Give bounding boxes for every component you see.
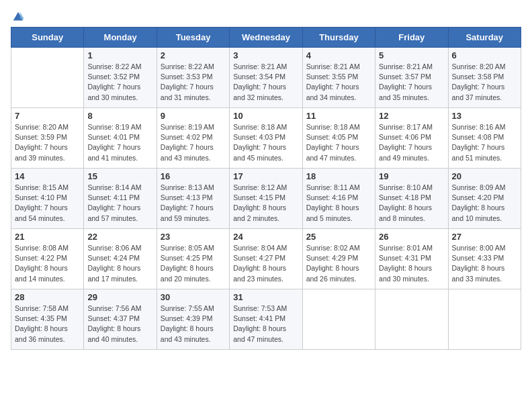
day-detail: Sunrise: 7:53 AM Sunset: 4:41 PM Dayligh… (233, 304, 298, 345)
day-detail: Sunrise: 8:12 AM Sunset: 4:15 PM Dayligh… (233, 183, 298, 224)
calendar-cell: 3Sunrise: 8:21 AM Sunset: 3:54 PM Daylig… (230, 48, 302, 108)
calendar-cell: 5Sunrise: 8:21 AM Sunset: 3:57 PM Daylig… (375, 48, 448, 108)
day-detail: Sunrise: 8:14 AM Sunset: 4:11 PM Dayligh… (87, 183, 152, 224)
day-number: 20 (452, 171, 517, 181)
logo-icon (12, 11, 24, 23)
day-detail: Sunrise: 8:04 AM Sunset: 4:27 PM Dayligh… (233, 243, 298, 284)
day-number: 15 (87, 171, 152, 181)
day-number: 1 (87, 50, 152, 60)
day-detail: Sunrise: 8:20 AM Sunset: 3:58 PM Dayligh… (452, 62, 517, 103)
calendar-week-row: 7Sunrise: 8:20 AM Sunset: 3:59 PM Daylig… (11, 108, 521, 169)
day-number: 23 (161, 232, 226, 242)
calendar-week-row: 28Sunrise: 7:58 AM Sunset: 4:35 PM Dayli… (11, 289, 521, 350)
day-number: 24 (233, 232, 298, 242)
calendar-cell: 13Sunrise: 8:16 AM Sunset: 4:08 PM Dayli… (448, 108, 521, 169)
page-header (11, 11, 521, 20)
day-detail: Sunrise: 7:56 AM Sunset: 4:37 PM Dayligh… (87, 304, 152, 345)
calendar-cell: 21Sunrise: 8:08 AM Sunset: 4:22 PM Dayli… (11, 229, 84, 289)
calendar-cell: 16Sunrise: 8:13 AM Sunset: 4:13 PM Dayli… (157, 169, 229, 229)
day-detail: Sunrise: 8:13 AM Sunset: 4:13 PM Dayligh… (161, 183, 226, 224)
day-number: 5 (379, 50, 444, 60)
day-header-friday: Friday (375, 28, 448, 48)
calendar-cell (11, 48, 84, 108)
day-detail: Sunrise: 8:08 AM Sunset: 4:22 PM Dayligh… (15, 243, 80, 284)
calendar-cell: 4Sunrise: 8:21 AM Sunset: 3:55 PM Daylig… (302, 48, 375, 108)
calendar-cell: 10Sunrise: 8:18 AM Sunset: 4:03 PM Dayli… (230, 108, 302, 169)
day-number: 14 (15, 171, 80, 181)
day-detail: Sunrise: 8:15 AM Sunset: 4:10 PM Dayligh… (15, 183, 80, 224)
day-detail: Sunrise: 7:58 AM Sunset: 4:35 PM Dayligh… (15, 304, 80, 345)
day-detail: Sunrise: 8:21 AM Sunset: 3:55 PM Dayligh… (306, 62, 371, 103)
calendar-cell: 23Sunrise: 8:05 AM Sunset: 4:25 PM Dayli… (157, 229, 229, 289)
day-number: 25 (306, 232, 371, 242)
day-detail: Sunrise: 8:02 AM Sunset: 4:29 PM Dayligh… (306, 243, 371, 284)
calendar-cell: 17Sunrise: 8:12 AM Sunset: 4:15 PM Dayli… (230, 169, 302, 229)
day-number: 9 (161, 111, 226, 121)
day-number: 12 (379, 111, 444, 121)
day-number: 21 (15, 232, 80, 242)
calendar-cell: 31Sunrise: 7:53 AM Sunset: 4:41 PM Dayli… (230, 289, 302, 350)
day-header-saturday: Saturday (448, 28, 521, 48)
day-number: 3 (233, 50, 298, 60)
day-number: 8 (87, 111, 152, 121)
svg-marker-1 (20, 12, 24, 19)
day-number: 13 (452, 111, 517, 121)
calendar-cell: 26Sunrise: 8:01 AM Sunset: 4:31 PM Dayli… (375, 229, 448, 289)
day-detail: Sunrise: 8:05 AM Sunset: 4:25 PM Dayligh… (161, 243, 226, 284)
calendar-cell: 18Sunrise: 8:11 AM Sunset: 4:16 PM Dayli… (302, 169, 375, 229)
day-detail: Sunrise: 8:10 AM Sunset: 4:18 PM Dayligh… (379, 183, 444, 224)
day-detail: Sunrise: 8:09 AM Sunset: 4:20 PM Dayligh… (452, 183, 517, 224)
day-number: 26 (379, 232, 444, 242)
day-number: 6 (452, 50, 517, 60)
day-number: 10 (233, 111, 298, 121)
day-number: 28 (15, 292, 80, 302)
calendar-cell: 11Sunrise: 8:18 AM Sunset: 4:05 PM Dayli… (302, 108, 375, 169)
day-number: 17 (233, 171, 298, 181)
calendar-header-row: SundayMondayTuesdayWednesdayThursdayFrid… (11, 28, 521, 48)
day-header-wednesday: Wednesday (230, 28, 302, 48)
calendar-cell (302, 289, 375, 350)
day-detail: Sunrise: 8:22 AM Sunset: 3:52 PM Dayligh… (87, 62, 152, 103)
day-detail: Sunrise: 8:01 AM Sunset: 4:31 PM Dayligh… (379, 243, 444, 284)
calendar-cell: 14Sunrise: 8:15 AM Sunset: 4:10 PM Dayli… (11, 169, 84, 229)
day-detail: Sunrise: 8:19 AM Sunset: 4:01 PM Dayligh… (87, 122, 152, 163)
calendar-week-row: 21Sunrise: 8:08 AM Sunset: 4:22 PM Dayli… (11, 229, 521, 289)
day-detail: Sunrise: 7:55 AM Sunset: 4:39 PM Dayligh… (161, 304, 226, 345)
day-detail: Sunrise: 8:16 AM Sunset: 4:08 PM Dayligh… (452, 122, 517, 163)
day-number: 27 (452, 232, 517, 242)
day-detail: Sunrise: 8:17 AM Sunset: 4:06 PM Dayligh… (379, 122, 444, 163)
calendar-table: SundayMondayTuesdayWednesdayThursdayFrid… (11, 27, 521, 350)
calendar-cell: 19Sunrise: 8:10 AM Sunset: 4:18 PM Dayli… (375, 169, 448, 229)
day-detail: Sunrise: 8:18 AM Sunset: 4:03 PM Dayligh… (233, 122, 298, 163)
calendar-cell: 15Sunrise: 8:14 AM Sunset: 4:11 PM Dayli… (84, 169, 157, 229)
calendar-week-row: 1Sunrise: 8:22 AM Sunset: 3:52 PM Daylig… (11, 48, 521, 108)
calendar-cell: 29Sunrise: 7:56 AM Sunset: 4:37 PM Dayli… (84, 289, 157, 350)
day-detail: Sunrise: 8:06 AM Sunset: 4:24 PM Dayligh… (87, 243, 152, 284)
day-number: 4 (306, 50, 371, 60)
calendar-cell: 12Sunrise: 8:17 AM Sunset: 4:06 PM Dayli… (375, 108, 448, 169)
day-detail: Sunrise: 8:22 AM Sunset: 3:53 PM Dayligh… (161, 62, 226, 103)
day-number: 11 (306, 111, 371, 121)
day-number: 7 (15, 111, 80, 121)
calendar-cell (375, 289, 448, 350)
day-number: 16 (161, 171, 226, 181)
day-detail: Sunrise: 8:21 AM Sunset: 3:54 PM Dayligh… (233, 62, 298, 103)
calendar-cell: 30Sunrise: 7:55 AM Sunset: 4:39 PM Dayli… (157, 289, 229, 350)
day-detail: Sunrise: 8:20 AM Sunset: 3:59 PM Dayligh… (15, 122, 80, 163)
day-number: 19 (379, 171, 444, 181)
day-detail: Sunrise: 8:00 AM Sunset: 4:33 PM Dayligh… (452, 243, 517, 284)
logo (11, 11, 24, 20)
calendar-cell: 27Sunrise: 8:00 AM Sunset: 4:33 PM Dayli… (448, 229, 521, 289)
day-number: 30 (161, 292, 226, 302)
day-number: 18 (306, 171, 371, 181)
calendar-cell: 25Sunrise: 8:02 AM Sunset: 4:29 PM Dayli… (302, 229, 375, 289)
calendar-cell (448, 289, 521, 350)
day-detail: Sunrise: 8:19 AM Sunset: 4:02 PM Dayligh… (161, 122, 226, 163)
day-number: 22 (87, 232, 152, 242)
day-detail: Sunrise: 8:11 AM Sunset: 4:16 PM Dayligh… (306, 183, 371, 224)
calendar-cell: 20Sunrise: 8:09 AM Sunset: 4:20 PM Dayli… (448, 169, 521, 229)
day-number: 29 (87, 292, 152, 302)
calendar-week-row: 14Sunrise: 8:15 AM Sunset: 4:10 PM Dayli… (11, 169, 521, 229)
calendar-cell: 6Sunrise: 8:20 AM Sunset: 3:58 PM Daylig… (448, 48, 521, 108)
day-header-monday: Monday (84, 28, 157, 48)
